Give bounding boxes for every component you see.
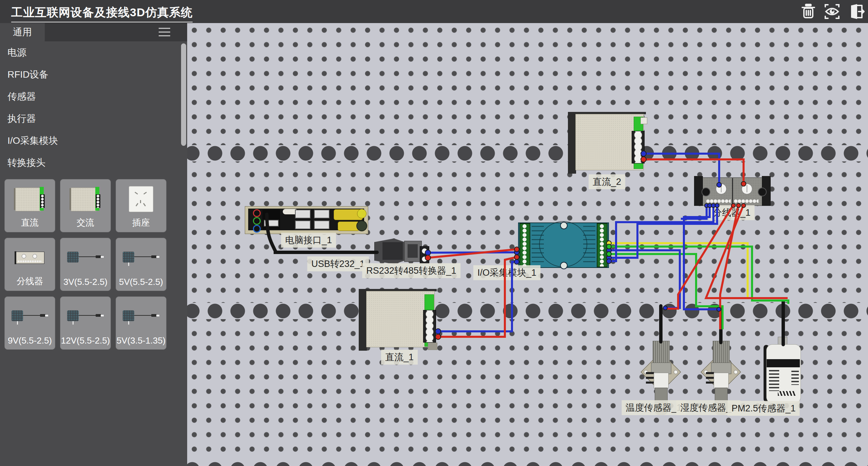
usb-port (295, 210, 311, 218)
io-terminal-strip-right[interactable] (597, 223, 608, 267)
sensor-band (714, 373, 729, 388)
menu-item-power[interactable]: 电源 (0, 41, 187, 63)
tile-adapter-12v[interactable]: 12V(5.5-2.5) (60, 296, 111, 350)
sidebar-tab-row: 通用 (0, 23, 187, 41)
sensor-hex-nut (651, 363, 671, 374)
component-palette: 直流 交流 插座 分线器 (4, 179, 166, 350)
splitter-thumb (5, 242, 55, 273)
psu-terminal-block[interactable] (423, 310, 436, 343)
round-port-dark (356, 220, 367, 231)
menu-scrollbar[interactable] (181, 43, 186, 146)
label-io-module: I/O采集模块_1 (473, 265, 540, 280)
io-terminal-strip-left[interactable] (519, 223, 530, 267)
sensor-band (654, 373, 669, 388)
audio-jack-red (253, 209, 261, 217)
sensor-pins (646, 372, 654, 386)
io-screw-bottom (560, 262, 568, 269)
splitter-mount-hole (758, 188, 767, 196)
tile-socket[interactable]: 插座 (116, 179, 166, 232)
tile-splitter[interactable]: 分线器 (4, 238, 55, 291)
adapter-thumb (116, 301, 166, 332)
mount-hole (674, 370, 678, 374)
menu-icon[interactable] (159, 28, 170, 37)
tab-general[interactable]: 通用 (0, 23, 45, 41)
mount-hole (734, 370, 738, 374)
tile-adapter-5v-small[interactable]: 5V(3.5-1.35) (116, 296, 166, 350)
exit-icon[interactable] (846, 2, 865, 21)
sensor-knurl (713, 341, 730, 364)
label-pm25-sensor: PM2.5传感器_1 (727, 401, 800, 416)
sensor-pins (706, 372, 714, 386)
sensor-knurl (653, 341, 670, 364)
io-terminal-labels (532, 226, 544, 265)
splitter-terminals[interactable] (734, 199, 758, 203)
adapter-thumb (60, 301, 111, 332)
delete-icon[interactable] (799, 2, 818, 21)
sidebar: 通用 电源 RFID设备 传感器 执行器 I/O采集模块 转换接头 直流 (0, 23, 187, 466)
usb-port (264, 220, 279, 227)
tile-ac-power[interactable]: 交流 (60, 179, 111, 232)
usb-port (314, 210, 330, 218)
psu-notch (428, 343, 437, 350)
pegboard-large-hole-row (187, 145, 868, 161)
device-pc-interface[interactable] (245, 206, 368, 233)
tile-adapter-5v[interactable]: 5V(5.5-2.5) (116, 238, 166, 291)
label-usb232: USB转232_1 (307, 256, 369, 271)
dc-power-thumb (5, 183, 55, 215)
adapter-thumb (116, 242, 166, 273)
menu-item-sensor[interactable]: 传感器 (0, 85, 187, 108)
usb-port (295, 220, 311, 229)
socket-thumb (116, 183, 166, 215)
view-icon[interactable] (823, 2, 842, 21)
audio-jack-green (253, 217, 261, 225)
device-dc-power-2[interactable] (568, 112, 646, 174)
label-pc-interface: 电脑接口_1 (281, 233, 336, 248)
splitter-terminals[interactable] (706, 199, 731, 203)
psu-side-shadow (568, 112, 576, 174)
io-terminal-labels (583, 226, 595, 265)
adapter-thumb (5, 301, 55, 332)
round-port-yellow (357, 209, 367, 218)
splitter-screw (742, 183, 752, 194)
category-menu: 电源 RFID设备 传感器 执行器 I/O采集模块 转换接头 (0, 41, 187, 174)
sensor-hex-nut (711, 363, 731, 374)
psu-terminal-block[interactable] (632, 131, 645, 163)
label-dc2: 直流_2 (589, 174, 625, 189)
device-splitter[interactable] (694, 176, 771, 206)
menu-item-rfid[interactable]: RFID设备 (0, 63, 187, 85)
adapter-thumb (60, 242, 111, 273)
device-dc-power-1[interactable] (359, 289, 437, 351)
pm25-vents (791, 371, 799, 385)
app-window: 电脑接口_1 USB转232_1 RS232转485转换器_1 I/O采集模块_… (0, 0, 868, 466)
page-title: 工业互联网设备及接线3D仿真系统 (11, 5, 193, 22)
label-dc1: 直流_1 (381, 350, 418, 365)
menu-item-adapter[interactable]: 转换接头 (0, 152, 187, 174)
tile-adapter-3v[interactable]: 3V(5.5-2.5) (60, 238, 111, 291)
db9-connector-inner (408, 244, 418, 258)
pm25-hatch (778, 391, 795, 396)
device-rs232-485-converter[interactable] (374, 237, 432, 266)
device-io-module[interactable] (518, 221, 609, 269)
pm25-band (767, 359, 800, 367)
top-bar: 工业互联网设备及接线3D仿真系统 (0, 0, 868, 23)
audio-jack-blue (253, 225, 261, 233)
splitter-mount-hole (702, 188, 710, 196)
label-splitter: 分线器_1 (709, 205, 754, 220)
ac-power-thumb (60, 183, 111, 215)
pegboard-large-hole-row (187, 303, 868, 319)
menu-item-actuator[interactable]: 执行器 (0, 108, 187, 130)
db9-hood-inner (382, 242, 403, 260)
menu-item-io-module[interactable]: I/O采集模块 (0, 130, 187, 152)
psu-notch (640, 117, 647, 124)
io-screw-top (560, 222, 568, 229)
tile-dc-power[interactable]: 直流 (4, 179, 55, 232)
converter-terminals[interactable] (420, 246, 429, 264)
pegboard-large-hole-row (187, 459, 868, 466)
tile-adapter-9v[interactable]: 9V(5.5-2.5) (4, 296, 55, 350)
splitter-divider (732, 178, 733, 205)
psu-side-shadow (359, 289, 367, 351)
device-pm25-sensor[interactable] (764, 337, 804, 405)
label-rs485: RS232转485转换器_1 (362, 263, 460, 278)
pm25-vents (769, 370, 779, 391)
usb-port (314, 220, 330, 229)
